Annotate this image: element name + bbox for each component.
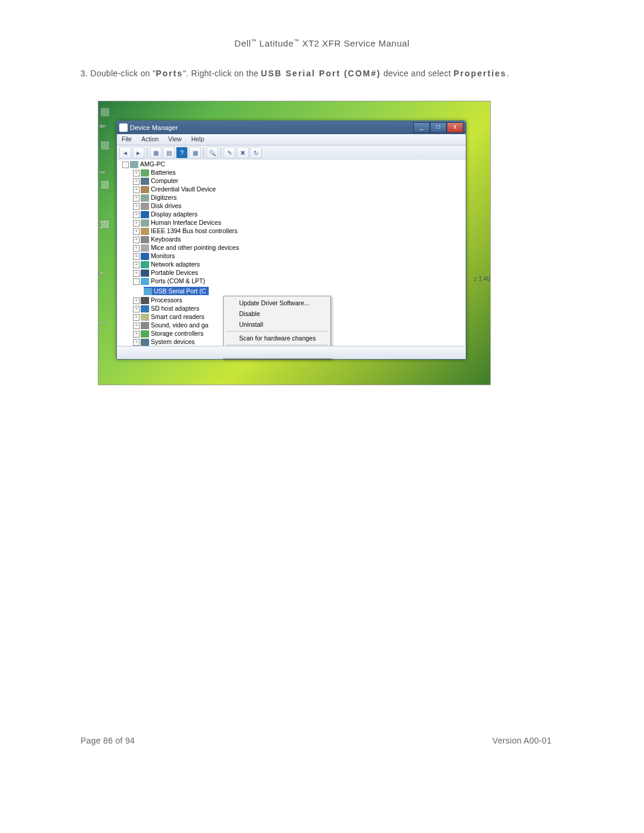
ports-icon (141, 278, 149, 285)
tree-item-keyboards[interactable]: +Keyboards (117, 235, 465, 243)
tree-item-network[interactable]: +Network adapters (117, 260, 465, 268)
expand-icon[interactable]: + (133, 339, 140, 346)
menu-help[interactable]: Help (187, 134, 209, 145)
expand-icon[interactable]: + (133, 187, 140, 193)
tree-root[interactable]: -AMG-PC (117, 160, 465, 168)
tree-item-usb-serial-port[interactable]: USB Serial Port (C (144, 287, 209, 295)
menu-scan-hardware[interactable]: Scan for hardware changes (225, 333, 329, 343)
tree-item-digitizers[interactable]: +Digitizers (117, 193, 465, 202)
expand-icon[interactable]: + (133, 237, 140, 243)
expand-icon[interactable]: + (133, 270, 140, 277)
expand-icon[interactable]: + (133, 228, 140, 235)
tree-item-mice[interactable]: +Mice and other pointing devices (117, 243, 465, 252)
header-model: XT2 XFR Service Manual (302, 38, 410, 48)
tm-icon: ™ (251, 38, 257, 44)
toolbar: ◄ ► ▦ ▤ ? ▦ 🔍 ✎ ✖ ↻ (117, 145, 466, 160)
system-icon (141, 339, 149, 346)
expand-icon[interactable]: + (133, 178, 140, 185)
window-icon (119, 123, 128, 132)
window-title: Device Manager (130, 124, 178, 131)
page-footer: Page 86 of 94 Version A00-01 (80, 736, 552, 745)
tree-item-ports[interactable]: -Ports (COM & LPT) (117, 277, 465, 285)
tree-item-batteries[interactable]: +Batteries (117, 168, 465, 176)
expand-icon[interactable]: + (133, 253, 140, 260)
expand-icon[interactable]: + (133, 245, 140, 252)
forward-button[interactable]: ► (132, 147, 144, 159)
menu-view[interactable]: View (163, 134, 187, 145)
toolbar-icon[interactable]: ✎ (224, 147, 236, 159)
scan-icon[interactable]: 🔍 (206, 147, 218, 159)
expand-icon[interactable]: + (133, 203, 140, 210)
menu-action[interactable]: Action (137, 134, 163, 145)
expand-icon[interactable]: + (133, 170, 140, 176)
smartcard-icon (141, 314, 149, 321)
toolbar-icon[interactable]: ▤ (163, 147, 175, 159)
titlebar[interactable]: Device Manager _ □ x (117, 121, 466, 134)
sd-icon (141, 305, 149, 312)
close-button[interactable]: x (447, 122, 463, 133)
tree-item-display-adapters[interactable]: +Display adapters (117, 210, 465, 218)
expand-icon[interactable]: + (133, 220, 140, 227)
expand-icon[interactable]: + (133, 314, 140, 321)
digitizer-icon (141, 194, 149, 202)
collapse-icon[interactable]: - (122, 162, 129, 168)
network-icon (141, 261, 149, 268)
tree-item-portable[interactable]: +Portable Devices (117, 268, 465, 277)
expand-icon[interactable]: + (133, 212, 140, 218)
expand-icon[interactable]: + (133, 323, 140, 329)
ports-keyword: Ports (156, 69, 183, 78)
tm-icon: ™ (294, 38, 300, 44)
desktop-icon[interactable] (100, 180, 110, 190)
instruction-step-3: 3. Double-click on "Ports". Right-click … (80, 68, 552, 80)
toolbar-icon[interactable]: ▦ (189, 147, 201, 159)
menu-disable[interactable]: Disable (225, 308, 329, 319)
expand-icon[interactable]: + (133, 262, 140, 268)
hid-icon (141, 219, 149, 227)
toolbar-icon[interactable]: ✖ (237, 147, 249, 159)
toolbar-icon[interactable]: ▦ (150, 147, 162, 159)
expand-icon[interactable]: + (133, 298, 140, 304)
usb-keyword: USB Serial Port (COM#) (261, 69, 381, 78)
processor-icon (141, 297, 149, 304)
menu-file[interactable]: File (117, 134, 137, 145)
desktop-label: SY (100, 321, 105, 325)
portable-icon (141, 270, 149, 277)
tree-item-monitors[interactable]: +Monitors (117, 252, 465, 260)
toolbar-icon[interactable]: ↻ (250, 147, 262, 159)
step-number: 3. (80, 69, 88, 78)
expand-icon[interactable]: + (133, 306, 140, 312)
desktop-icon[interactable] (100, 141, 110, 150)
computer-icon (141, 178, 149, 185)
sound-icon (141, 322, 149, 329)
menu-uninstall[interactable]: Uninstall (225, 319, 329, 330)
desktop-label: Bin (100, 124, 106, 128)
help-icon[interactable]: ? (176, 147, 188, 159)
tree-item-computer[interactable]: +Computer (117, 176, 465, 185)
header-product: Latitude (259, 38, 293, 48)
expand-icon[interactable]: + (133, 195, 140, 202)
ieee1394-icon (141, 228, 149, 235)
menu-update-driver[interactable]: Update Driver Software... (225, 298, 329, 308)
desktop-label: ra (100, 271, 103, 275)
properties-keyword: Properties (453, 69, 506, 78)
desktop-icons-strip: Bin mo ent er ra SY y (98, 101, 110, 385)
tree-item-credential-vault[interactable]: +Credential Vault Device (117, 185, 465, 193)
desktop-icon[interactable] (100, 107, 110, 117)
tree-item-hid[interactable]: +Human Interface Devices (117, 218, 465, 227)
screenshot-container: Bin mo ent er ra SY y Device Manager _ □… (98, 101, 490, 385)
collapse-icon[interactable]: - (133, 278, 140, 285)
back-button[interactable]: ◄ (119, 147, 131, 159)
menu-separator (226, 345, 328, 345)
version-label: Version A00-01 (493, 736, 552, 745)
device-manager-window: Device Manager _ □ x File Action View He… (116, 120, 466, 360)
vault-icon (141, 186, 149, 193)
minimize-button[interactable]: _ (413, 122, 430, 133)
tree-item-disk-drives[interactable]: +Disk drives (117, 202, 465, 210)
page-header: Dell™ Latitude™ XT2 XFR Service Manual (0, 38, 644, 48)
desktop-label: mo (100, 170, 106, 174)
disk-icon (141, 203, 149, 210)
tree-item-ieee1394[interactable]: +IEEE 1394 Bus host controllers (117, 227, 465, 235)
monitor-icon (141, 253, 149, 260)
expand-icon[interactable]: + (133, 331, 140, 337)
maximize-button[interactable]: □ (430, 122, 447, 133)
